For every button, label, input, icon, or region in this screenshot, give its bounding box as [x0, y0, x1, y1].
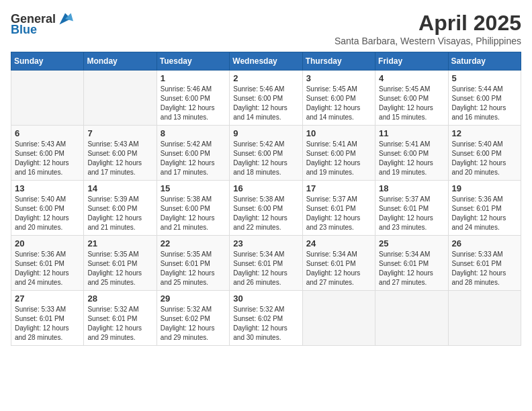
- weekday-header: Tuesday: [157, 52, 229, 71]
- calendar-cell: [302, 291, 375, 346]
- day-number: 26: [452, 238, 517, 248]
- day-info: Sunrise: 5:39 AM Sunset: 6:00 PM Dayligh…: [87, 195, 152, 232]
- day-number: 21: [87, 238, 152, 248]
- day-info: Sunrise: 5:35 AM Sunset: 6:01 PM Dayligh…: [87, 250, 152, 287]
- day-number: 8: [161, 128, 226, 138]
- day-number: 11: [379, 128, 444, 138]
- calendar-cell: 28Sunrise: 5:32 AM Sunset: 6:01 PM Dayli…: [84, 291, 157, 346]
- calendar-cell: 8Sunrise: 5:42 AM Sunset: 6:00 PM Daylig…: [157, 126, 229, 181]
- day-info: Sunrise: 5:43 AM Sunset: 6:00 PM Dayligh…: [87, 140, 152, 177]
- day-info: Sunrise: 5:34 AM Sunset: 6:01 PM Dayligh…: [233, 250, 298, 287]
- day-info: Sunrise: 5:45 AM Sunset: 6:00 PM Dayligh…: [306, 85, 371, 122]
- calendar-cell: 3Sunrise: 5:45 AM Sunset: 6:00 PM Daylig…: [302, 71, 375, 126]
- day-number: 22: [161, 238, 226, 248]
- calendar-cell: 27Sunrise: 5:33 AM Sunset: 6:01 PM Dayli…: [11, 291, 84, 346]
- calendar-cell: 20Sunrise: 5:36 AM Sunset: 6:01 PM Dayli…: [11, 236, 84, 291]
- calendar-cell: 10Sunrise: 5:41 AM Sunset: 6:00 PM Dayli…: [302, 126, 375, 181]
- day-info: Sunrise: 5:46 AM Sunset: 6:00 PM Dayligh…: [161, 85, 226, 122]
- day-info: Sunrise: 5:32 AM Sunset: 6:02 PM Dayligh…: [161, 305, 226, 342]
- day-number: 20: [15, 238, 80, 248]
- day-number: 25: [379, 238, 444, 248]
- day-number: 27: [15, 293, 80, 304]
- day-number: 16: [233, 183, 298, 193]
- calendar-week-row: 27Sunrise: 5:33 AM Sunset: 6:01 PM Dayli…: [11, 291, 521, 346]
- calendar-cell: 16Sunrise: 5:38 AM Sunset: 6:00 PM Dayli…: [230, 181, 302, 236]
- day-number: 7: [87, 128, 152, 138]
- calendar-cell: [11, 71, 84, 126]
- calendar-cell: 9Sunrise: 5:42 AM Sunset: 6:00 PM Daylig…: [230, 126, 302, 181]
- weekday-header-row: SundayMondayTuesdayWednesdayThursdayFrid…: [11, 52, 521, 71]
- calendar-week-row: 20Sunrise: 5:36 AM Sunset: 6:01 PM Dayli…: [11, 236, 521, 291]
- calendar-cell: 26Sunrise: 5:33 AM Sunset: 6:01 PM Dayli…: [448, 236, 521, 291]
- day-number: 2: [233, 73, 298, 83]
- day-info: Sunrise: 5:44 AM Sunset: 6:00 PM Dayligh…: [452, 85, 517, 122]
- calendar-week-row: 6Sunrise: 5:43 AM Sunset: 6:00 PM Daylig…: [11, 126, 521, 181]
- day-info: Sunrise: 5:43 AM Sunset: 6:00 PM Dayligh…: [15, 140, 80, 177]
- day-number: 13: [15, 183, 80, 193]
- day-number: 24: [306, 238, 371, 248]
- day-number: 9: [233, 128, 298, 138]
- calendar-cell: 14Sunrise: 5:39 AM Sunset: 6:00 PM Dayli…: [84, 181, 157, 236]
- day-info: Sunrise: 5:41 AM Sunset: 6:00 PM Dayligh…: [306, 140, 371, 177]
- day-info: Sunrise: 5:42 AM Sunset: 6:00 PM Dayligh…: [233, 140, 298, 177]
- calendar-cell: 4Sunrise: 5:45 AM Sunset: 6:00 PM Daylig…: [375, 71, 448, 126]
- day-info: Sunrise: 5:41 AM Sunset: 6:00 PM Dayligh…: [379, 140, 444, 177]
- calendar-cell: [448, 291, 521, 346]
- month-title: April 2025: [335, 11, 521, 36]
- calendar-cell: 15Sunrise: 5:38 AM Sunset: 6:00 PM Dayli…: [157, 181, 229, 236]
- calendar-cell: 7Sunrise: 5:43 AM Sunset: 6:00 PM Daylig…: [84, 126, 157, 181]
- day-number: 30: [233, 293, 298, 304]
- day-number: 10: [306, 128, 371, 138]
- weekday-header: Friday: [375, 52, 448, 71]
- day-number: 3: [306, 73, 371, 83]
- day-number: 1: [161, 73, 226, 83]
- calendar-cell: 13Sunrise: 5:40 AM Sunset: 6:00 PM Dayli…: [11, 181, 84, 236]
- calendar-cell: 11Sunrise: 5:41 AM Sunset: 6:00 PM Dayli…: [375, 126, 448, 181]
- calendar-cell: 25Sunrise: 5:34 AM Sunset: 6:01 PM Dayli…: [375, 236, 448, 291]
- location-title: Santa Barbara, Western Visayas, Philippi…: [335, 36, 521, 46]
- day-info: Sunrise: 5:34 AM Sunset: 6:01 PM Dayligh…: [379, 250, 444, 287]
- calendar-cell: 5Sunrise: 5:44 AM Sunset: 6:00 PM Daylig…: [448, 71, 521, 126]
- logo: General Blue: [11, 11, 73, 37]
- day-info: Sunrise: 5:33 AM Sunset: 6:01 PM Dayligh…: [452, 250, 517, 287]
- weekday-header: Sunday: [11, 52, 84, 71]
- calendar-cell: 23Sunrise: 5:34 AM Sunset: 6:01 PM Dayli…: [230, 236, 302, 291]
- calendar-cell: 6Sunrise: 5:43 AM Sunset: 6:00 PM Daylig…: [11, 126, 84, 181]
- day-info: Sunrise: 5:42 AM Sunset: 6:00 PM Dayligh…: [161, 140, 226, 177]
- calendar-cell: 1Sunrise: 5:46 AM Sunset: 6:00 PM Daylig…: [157, 71, 229, 126]
- day-info: Sunrise: 5:38 AM Sunset: 6:00 PM Dayligh…: [161, 195, 226, 232]
- day-info: Sunrise: 5:40 AM Sunset: 6:00 PM Dayligh…: [452, 140, 517, 177]
- calendar-cell: 17Sunrise: 5:37 AM Sunset: 6:01 PM Dayli…: [302, 181, 375, 236]
- day-info: Sunrise: 5:37 AM Sunset: 6:01 PM Dayligh…: [306, 195, 371, 232]
- day-number: 6: [15, 128, 80, 138]
- day-number: 19: [452, 183, 517, 193]
- calendar-cell: 21Sunrise: 5:35 AM Sunset: 6:01 PM Dayli…: [84, 236, 157, 291]
- calendar-cell: 22Sunrise: 5:35 AM Sunset: 6:01 PM Dayli…: [157, 236, 229, 291]
- day-info: Sunrise: 5:46 AM Sunset: 6:00 PM Dayligh…: [233, 85, 298, 122]
- calendar-cell: 19Sunrise: 5:36 AM Sunset: 6:01 PM Dayli…: [448, 181, 521, 236]
- day-number: 28: [87, 293, 152, 304]
- weekday-header: Thursday: [302, 52, 375, 71]
- day-info: Sunrise: 5:36 AM Sunset: 6:01 PM Dayligh…: [452, 195, 517, 232]
- calendar-cell: [375, 291, 448, 346]
- calendar-cell: 30Sunrise: 5:32 AM Sunset: 6:02 PM Dayli…: [230, 291, 302, 346]
- day-info: Sunrise: 5:45 AM Sunset: 6:00 PM Dayligh…: [379, 85, 444, 122]
- day-info: Sunrise: 5:35 AM Sunset: 6:01 PM Dayligh…: [161, 250, 226, 287]
- weekday-header: Monday: [84, 52, 157, 71]
- title-block: April 2025 Santa Barbara, Western Visaya…: [335, 11, 521, 46]
- calendar-cell: 18Sunrise: 5:37 AM Sunset: 6:01 PM Dayli…: [375, 181, 448, 236]
- calendar-table: SundayMondayTuesdayWednesdayThursdayFrid…: [11, 52, 521, 346]
- day-info: Sunrise: 5:33 AM Sunset: 6:01 PM Dayligh…: [15, 305, 80, 342]
- day-number: 14: [87, 183, 152, 193]
- day-number: 15: [161, 183, 226, 193]
- day-info: Sunrise: 5:34 AM Sunset: 6:01 PM Dayligh…: [306, 250, 371, 287]
- day-number: 4: [379, 73, 444, 83]
- weekday-header: Saturday: [448, 52, 521, 71]
- day-number: 17: [306, 183, 371, 193]
- calendar-cell: 24Sunrise: 5:34 AM Sunset: 6:01 PM Dayli…: [302, 236, 375, 291]
- page-header: General Blue April 2025 Santa Barbara, W…: [11, 11, 521, 46]
- day-info: Sunrise: 5:36 AM Sunset: 6:01 PM Dayligh…: [15, 250, 80, 287]
- day-info: Sunrise: 5:32 AM Sunset: 6:01 PM Dayligh…: [87, 305, 152, 342]
- logo-blue: Blue: [11, 23, 37, 37]
- weekday-header: Wednesday: [230, 52, 302, 71]
